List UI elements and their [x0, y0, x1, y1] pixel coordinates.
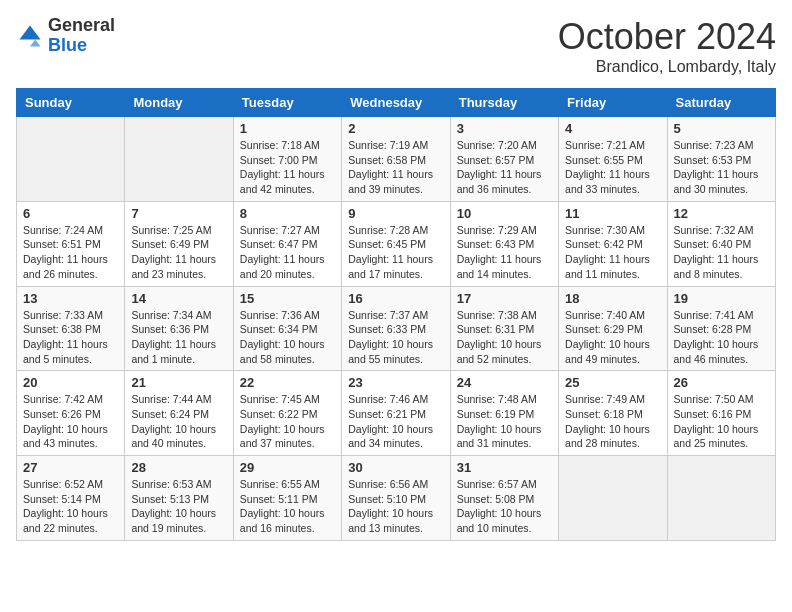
svg-marker-0	[20, 25, 41, 39]
day-info: Sunrise: 7:41 AM Sunset: 6:28 PM Dayligh…	[674, 308, 769, 367]
day-info: Sunrise: 7:20 AM Sunset: 6:57 PM Dayligh…	[457, 138, 552, 197]
day-info: Sunrise: 7:33 AM Sunset: 6:38 PM Dayligh…	[23, 308, 118, 367]
day-number: 10	[457, 206, 552, 221]
day-info: Sunrise: 6:55 AM Sunset: 5:11 PM Dayligh…	[240, 477, 335, 536]
calendar-cell: 19Sunrise: 7:41 AM Sunset: 6:28 PM Dayli…	[667, 286, 775, 371]
logo: General Blue	[16, 16, 115, 56]
week-row-1: 1Sunrise: 7:18 AM Sunset: 7:00 PM Daylig…	[17, 117, 776, 202]
day-info: Sunrise: 7:34 AM Sunset: 6:36 PM Dayligh…	[131, 308, 226, 367]
calendar-cell: 24Sunrise: 7:48 AM Sunset: 6:19 PM Dayli…	[450, 371, 558, 456]
day-number: 5	[674, 121, 769, 136]
day-number: 13	[23, 291, 118, 306]
weekday-header-thursday: Thursday	[450, 89, 558, 117]
calendar-cell: 16Sunrise: 7:37 AM Sunset: 6:33 PM Dayli…	[342, 286, 450, 371]
day-number: 28	[131, 460, 226, 475]
weekday-header-monday: Monday	[125, 89, 233, 117]
day-number: 31	[457, 460, 552, 475]
calendar-cell: 23Sunrise: 7:46 AM Sunset: 6:21 PM Dayli…	[342, 371, 450, 456]
day-number: 24	[457, 375, 552, 390]
day-number: 22	[240, 375, 335, 390]
day-number: 15	[240, 291, 335, 306]
day-number: 1	[240, 121, 335, 136]
calendar-cell: 18Sunrise: 7:40 AM Sunset: 6:29 PM Dayli…	[559, 286, 667, 371]
logo-text: General Blue	[48, 16, 115, 56]
calendar-cell: 20Sunrise: 7:42 AM Sunset: 6:26 PM Dayli…	[17, 371, 125, 456]
day-info: Sunrise: 7:37 AM Sunset: 6:33 PM Dayligh…	[348, 308, 443, 367]
calendar-cell	[125, 117, 233, 202]
calendar-cell: 21Sunrise: 7:44 AM Sunset: 6:24 PM Dayli…	[125, 371, 233, 456]
day-info: Sunrise: 7:49 AM Sunset: 6:18 PM Dayligh…	[565, 392, 660, 451]
calendar-cell: 27Sunrise: 6:52 AM Sunset: 5:14 PM Dayli…	[17, 456, 125, 541]
weekday-header-saturday: Saturday	[667, 89, 775, 117]
day-number: 4	[565, 121, 660, 136]
calendar-cell	[17, 117, 125, 202]
month-title: October 2024	[558, 16, 776, 58]
day-number: 26	[674, 375, 769, 390]
logo-icon	[16, 22, 44, 50]
day-info: Sunrise: 7:27 AM Sunset: 6:47 PM Dayligh…	[240, 223, 335, 282]
calendar-cell: 12Sunrise: 7:32 AM Sunset: 6:40 PM Dayli…	[667, 201, 775, 286]
calendar-cell: 17Sunrise: 7:38 AM Sunset: 6:31 PM Dayli…	[450, 286, 558, 371]
title-block: October 2024 Brandico, Lombardy, Italy	[558, 16, 776, 76]
day-info: Sunrise: 7:24 AM Sunset: 6:51 PM Dayligh…	[23, 223, 118, 282]
day-number: 30	[348, 460, 443, 475]
day-number: 19	[674, 291, 769, 306]
day-info: Sunrise: 7:44 AM Sunset: 6:24 PM Dayligh…	[131, 392, 226, 451]
calendar-cell: 30Sunrise: 6:56 AM Sunset: 5:10 PM Dayli…	[342, 456, 450, 541]
calendar-cell: 22Sunrise: 7:45 AM Sunset: 6:22 PM Dayli…	[233, 371, 341, 456]
calendar-cell: 13Sunrise: 7:33 AM Sunset: 6:38 PM Dayli…	[17, 286, 125, 371]
day-info: Sunrise: 6:53 AM Sunset: 5:13 PM Dayligh…	[131, 477, 226, 536]
day-info: Sunrise: 7:19 AM Sunset: 6:58 PM Dayligh…	[348, 138, 443, 197]
day-number: 25	[565, 375, 660, 390]
calendar-table: SundayMondayTuesdayWednesdayThursdayFrid…	[16, 88, 776, 541]
day-info: Sunrise: 6:56 AM Sunset: 5:10 PM Dayligh…	[348, 477, 443, 536]
calendar-cell: 5Sunrise: 7:23 AM Sunset: 6:53 PM Daylig…	[667, 117, 775, 202]
calendar-cell: 3Sunrise: 7:20 AM Sunset: 6:57 PM Daylig…	[450, 117, 558, 202]
day-number: 20	[23, 375, 118, 390]
day-info: Sunrise: 7:18 AM Sunset: 7:00 PM Dayligh…	[240, 138, 335, 197]
calendar-cell: 14Sunrise: 7:34 AM Sunset: 6:36 PM Dayli…	[125, 286, 233, 371]
weekday-header-wednesday: Wednesday	[342, 89, 450, 117]
day-info: Sunrise: 6:57 AM Sunset: 5:08 PM Dayligh…	[457, 477, 552, 536]
day-number: 9	[348, 206, 443, 221]
logo-blue: Blue	[48, 35, 87, 55]
day-number: 11	[565, 206, 660, 221]
calendar-cell	[559, 456, 667, 541]
calendar-cell: 6Sunrise: 7:24 AM Sunset: 6:51 PM Daylig…	[17, 201, 125, 286]
day-info: Sunrise: 7:29 AM Sunset: 6:43 PM Dayligh…	[457, 223, 552, 282]
day-info: Sunrise: 7:45 AM Sunset: 6:22 PM Dayligh…	[240, 392, 335, 451]
calendar-cell: 10Sunrise: 7:29 AM Sunset: 6:43 PM Dayli…	[450, 201, 558, 286]
week-row-2: 6Sunrise: 7:24 AM Sunset: 6:51 PM Daylig…	[17, 201, 776, 286]
day-number: 12	[674, 206, 769, 221]
calendar-cell: 7Sunrise: 7:25 AM Sunset: 6:49 PM Daylig…	[125, 201, 233, 286]
day-info: Sunrise: 7:40 AM Sunset: 6:29 PM Dayligh…	[565, 308, 660, 367]
calendar-cell: 15Sunrise: 7:36 AM Sunset: 6:34 PM Dayli…	[233, 286, 341, 371]
location: Brandico, Lombardy, Italy	[558, 58, 776, 76]
day-info: Sunrise: 7:32 AM Sunset: 6:40 PM Dayligh…	[674, 223, 769, 282]
day-info: Sunrise: 7:46 AM Sunset: 6:21 PM Dayligh…	[348, 392, 443, 451]
day-info: Sunrise: 7:28 AM Sunset: 6:45 PM Dayligh…	[348, 223, 443, 282]
svg-marker-1	[30, 39, 41, 46]
weekday-header-row: SundayMondayTuesdayWednesdayThursdayFrid…	[17, 89, 776, 117]
weekday-header-friday: Friday	[559, 89, 667, 117]
day-number: 6	[23, 206, 118, 221]
calendar-cell: 26Sunrise: 7:50 AM Sunset: 6:16 PM Dayli…	[667, 371, 775, 456]
day-info: Sunrise: 7:23 AM Sunset: 6:53 PM Dayligh…	[674, 138, 769, 197]
day-number: 27	[23, 460, 118, 475]
calendar-cell: 31Sunrise: 6:57 AM Sunset: 5:08 PM Dayli…	[450, 456, 558, 541]
day-number: 21	[131, 375, 226, 390]
week-row-3: 13Sunrise: 7:33 AM Sunset: 6:38 PM Dayli…	[17, 286, 776, 371]
calendar-cell: 8Sunrise: 7:27 AM Sunset: 6:47 PM Daylig…	[233, 201, 341, 286]
calendar-cell: 9Sunrise: 7:28 AM Sunset: 6:45 PM Daylig…	[342, 201, 450, 286]
day-info: Sunrise: 7:42 AM Sunset: 6:26 PM Dayligh…	[23, 392, 118, 451]
day-info: Sunrise: 7:25 AM Sunset: 6:49 PM Dayligh…	[131, 223, 226, 282]
day-info: Sunrise: 7:38 AM Sunset: 6:31 PM Dayligh…	[457, 308, 552, 367]
day-info: Sunrise: 7:48 AM Sunset: 6:19 PM Dayligh…	[457, 392, 552, 451]
logo-general: General	[48, 15, 115, 35]
calendar-cell: 11Sunrise: 7:30 AM Sunset: 6:42 PM Dayli…	[559, 201, 667, 286]
week-row-5: 27Sunrise: 6:52 AM Sunset: 5:14 PM Dayli…	[17, 456, 776, 541]
page-header: General Blue October 2024 Brandico, Lomb…	[16, 16, 776, 76]
calendar-cell	[667, 456, 775, 541]
day-number: 16	[348, 291, 443, 306]
day-number: 2	[348, 121, 443, 136]
